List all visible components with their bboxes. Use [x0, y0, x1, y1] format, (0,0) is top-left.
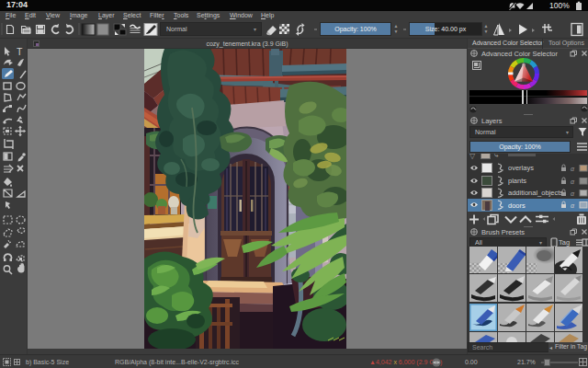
svg-text:α: α: [571, 202, 575, 209]
svg-text:α: α: [571, 178, 575, 185]
svg-text:α: α: [571, 166, 575, 172]
svg-text:α: α: [571, 190, 575, 197]
svg-text:T: T: [17, 46, 23, 57]
